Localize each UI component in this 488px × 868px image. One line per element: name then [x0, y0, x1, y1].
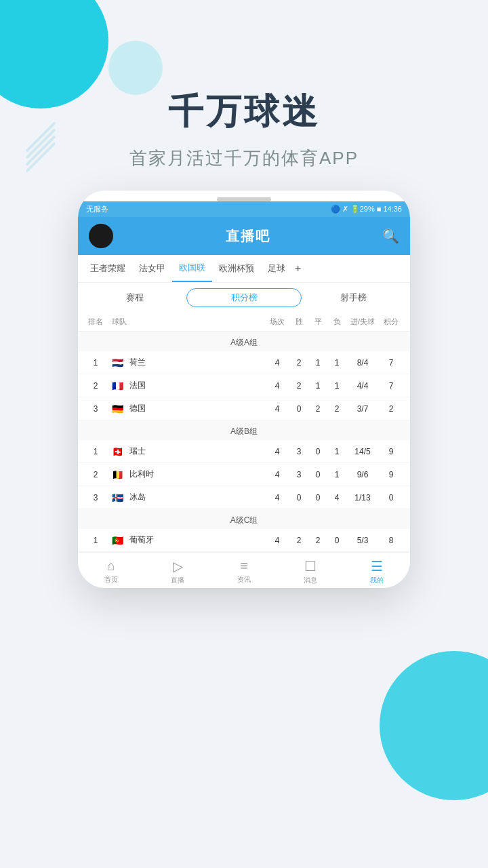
mine-icon: ☰: [371, 558, 383, 574]
nav-tab-wangzhe[interactable]: 王者荣耀: [83, 256, 132, 281]
col-header-win: 胜: [289, 317, 308, 327]
flag-portugal: 🇵🇹: [112, 536, 127, 545]
sub-tab-schedule[interactable]: 赛程: [89, 289, 181, 307]
hero-section: 千万球迷 首家月活过千万的体育APP: [0, 0, 488, 191]
table-row[interactable]: 3 🇩🇪德国 4 0 2 2 3/7 2: [78, 397, 410, 420]
table-row[interactable]: 1 🇨🇭瑞士 4 3 0 1 14/5 9: [78, 440, 410, 463]
group-header-c: A级C组: [78, 509, 410, 529]
table-row[interactable]: 3 🇮🇸冰岛 4 0 0 4 1/13 0: [78, 486, 410, 509]
table-row[interactable]: 2 🇧🇪比利时 4 3 0 1 9/6 9: [78, 463, 410, 486]
hero-title: 千万球迷: [0, 88, 488, 136]
bottom-nav-live[interactable]: ▷ 直播: [144, 558, 211, 585]
nav-tab-ouzhou[interactable]: 欧洲杯预: [212, 256, 261, 281]
app-logo[interactable]: [89, 224, 113, 248]
sub-tab-standings[interactable]: 积分榜: [186, 288, 302, 307]
sub-tabs: 赛程 积分榜 射手榜: [78, 283, 410, 313]
group-header-a: A级A组: [78, 332, 410, 351]
bottom-nav-home[interactable]: ⌂ 首页: [78, 558, 144, 585]
flag-germany: 🇩🇪: [112, 404, 127, 414]
col-header-draw: 平: [308, 317, 327, 327]
nav-tab-football[interactable]: 足球: [261, 256, 292, 281]
flag-netherlands: 🇳🇱: [112, 358, 127, 368]
app-title: 直播吧: [226, 227, 270, 245]
bottom-nav: ⌂ 首页 ▷ 直播 ≡ 资讯 ☐ 消息 ☰ 我的: [78, 552, 410, 588]
group-header-b: A级B组: [78, 420, 410, 440]
bottom-nav-message[interactable]: ☐ 消息: [277, 558, 344, 585]
live-icon: ▷: [173, 558, 183, 574]
bottom-nav-mine[interactable]: ☰ 我的: [344, 558, 410, 585]
nav-tab-fv甲[interactable]: 法女甲: [132, 256, 172, 281]
flag-belgium: 🇧🇪: [112, 470, 127, 479]
status-right: 🔵 ✗ 🔋29% ■ 14:36: [331, 205, 402, 214]
bottom-nav-home-label: 首页: [104, 575, 118, 585]
search-icon[interactable]: 🔍: [382, 228, 399, 244]
col-header-lose: 负: [327, 317, 346, 327]
nav-tab-ouguo[interactable]: 欧国联: [172, 255, 212, 282]
col-header-team: 球队: [106, 317, 265, 327]
home-icon: ⌂: [107, 558, 115, 574]
table-header: 排名 球队 场次 胜 平 负 进/失球 积分: [78, 313, 410, 332]
bg-decoration-circle-br: [380, 651, 488, 800]
news-icon: ≡: [240, 558, 248, 574]
table-row[interactable]: 1 🇵🇹葡萄牙 4 2 2 0 5/3 8: [78, 529, 410, 552]
nav-plus-icon[interactable]: +: [295, 262, 301, 275]
col-header-pts: 积分: [379, 317, 403, 327]
table-row[interactable]: 1 🇳🇱荷兰 4 2 1 1 8/4 7: [78, 351, 410, 374]
col-header-rank: 排名: [85, 317, 106, 327]
phone-frame: 无服务 🔵 ✗ 🔋29% ■ 14:36 直播吧 🔍 王者荣耀 法女甲 欧国联 …: [78, 191, 410, 588]
status-bar: 无服务 🔵 ✗ 🔋29% ■ 14:36: [78, 201, 410, 217]
table-row[interactable]: 2 🇫🇷法国 4 2 1 1 4/4 7: [78, 374, 410, 397]
app-header: 直播吧 🔍: [78, 217, 410, 255]
flag-switzerland: 🇨🇭: [112, 447, 127, 456]
bottom-nav-news-label: 资讯: [237, 575, 251, 585]
message-icon: ☐: [304, 558, 317, 574]
col-header-gd: 进/失球: [346, 317, 379, 327]
nav-tabs: 王者荣耀 法女甲 欧国联 欧洲杯预 足球 +: [78, 255, 410, 283]
status-left: 无服务: [86, 204, 108, 214]
hero-subtitle: 首家月活过千万的体育APP: [0, 146, 488, 170]
bottom-nav-mine-label: 我的: [370, 576, 384, 585]
flag-iceland: 🇮🇸: [112, 493, 127, 502]
bottom-nav-news[interactable]: ≡ 资讯: [211, 558, 277, 585]
bottom-nav-live-label: 直播: [171, 576, 184, 585]
bottom-nav-message-label: 消息: [304, 576, 317, 585]
sub-tab-scorers[interactable]: 射手榜: [307, 289, 399, 307]
col-header-played: 场次: [265, 317, 289, 327]
standings-table: 排名 球队 场次 胜 平 负 进/失球 积分 A级A组 1 🇳🇱荷兰 4 2 1…: [78, 313, 410, 552]
phone-mockup: 无服务 🔵 ✗ 🔋29% ■ 14:36 直播吧 🔍 王者荣耀 法女甲 欧国联 …: [0, 191, 488, 588]
flag-france: 🇫🇷: [112, 381, 127, 391]
